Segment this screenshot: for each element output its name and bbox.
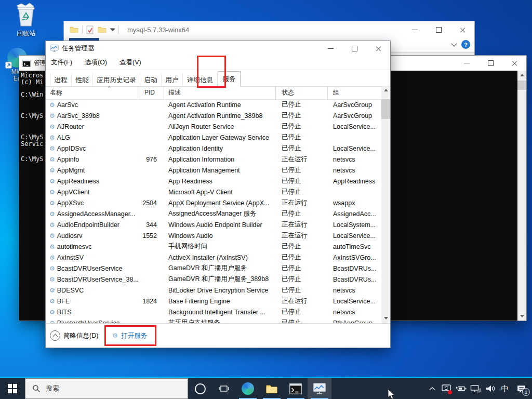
close-button[interactable] xyxy=(366,41,390,56)
tab-app-history[interactable]: 应用历史记录 xyxy=(93,74,140,86)
tab-startup[interactable]: 启动 xyxy=(140,74,162,86)
tray-ime-indicator[interactable]: 中 xyxy=(499,378,511,399)
service-row[interactable]: ⚙BFE1824Base Filtering Engine正在运行LocalSe… xyxy=(46,296,381,307)
help-button[interactable]: ? xyxy=(461,40,470,49)
console-text-line: C:\MyS xyxy=(21,112,43,119)
service-row[interactable]: ⚙AppReadinessApp Readiness已停止AppReadines… xyxy=(46,176,381,187)
cortana-button[interactable] xyxy=(188,378,212,399)
service-gear-icon: ⚙ xyxy=(49,135,55,141)
service-status: 已停止 xyxy=(276,99,328,110)
action-center-button[interactable]: 1 xyxy=(513,378,529,399)
service-status: 已停止 xyxy=(276,187,328,197)
minimize-button[interactable] xyxy=(455,56,478,71)
service-gear-icon: ⚙ xyxy=(49,309,55,315)
start-button[interactable] xyxy=(0,378,25,399)
scroll-down-arrow[interactable] xyxy=(517,312,526,321)
service-row[interactable]: ⚙AxInstSVActiveX Installer (AxInstSV)已停止… xyxy=(46,252,381,263)
service-group: AarSvcGroup xyxy=(328,99,381,110)
service-row[interactable]: ⚙autotimesvc手机网络时间已停止autoTimeSvc xyxy=(46,241,381,252)
service-row[interactable]: ⚙Appinfo976Application Information正在运行ne… xyxy=(46,154,381,165)
service-row[interactable]: ⚙AarSvc_389b8Agent Activation Runtime_38… xyxy=(46,110,381,121)
scrollbar-thumb[interactable] xyxy=(517,81,526,90)
minimize-button[interactable] xyxy=(318,41,342,56)
service-gear-icon: ⚙ xyxy=(49,124,55,130)
taskbar-search-box[interactable]: 搜索 xyxy=(25,378,188,399)
service-row[interactable]: ⚙BITSBackground Intelligent Transfer ...… xyxy=(46,307,381,317)
column-header-group[interactable]: 组 xyxy=(328,86,381,99)
service-row[interactable]: ⚙AppVClientMicrosoft App-V Client已停止 xyxy=(46,187,381,197)
tray-volume-icon[interactable] xyxy=(484,378,497,399)
new-folder-icon[interactable] xyxy=(98,26,107,33)
folder-icon[interactable] xyxy=(70,26,78,33)
service-name: ⚙AssignedAccessManager... xyxy=(46,208,138,219)
scroll-up-arrow[interactable] xyxy=(381,86,390,95)
tab-performance[interactable]: 性能 xyxy=(72,74,93,86)
menu-view[interactable]: 查看(V) xyxy=(119,58,141,67)
console-scrollbar[interactable] xyxy=(517,71,526,321)
column-header-name[interactable]: 名称 ^ xyxy=(46,86,138,99)
maximize-button[interactable] xyxy=(342,41,366,56)
service-description: GameDVR 和广播用户服务 xyxy=(164,263,276,274)
explorer-titlebar: mysql-5.7.33-winx64 xyxy=(64,21,474,38)
customize-toolbar-dropdown-icon[interactable] xyxy=(110,28,115,32)
tab-processes[interactable]: 进程 xyxy=(50,74,72,86)
column-header-pid[interactable]: PID xyxy=(138,86,164,99)
taskbar-cmd-button[interactable] xyxy=(284,378,308,399)
service-row[interactable]: ⚙ALGApplication Layer Gateway Service已停止 xyxy=(46,132,381,143)
service-gear-icon: ⚙ xyxy=(49,145,55,152)
service-row[interactable]: ⚙BcastDVRUserService_38...GameDVR 和广播用户服… xyxy=(46,274,381,285)
recycle-bin-label: 回收站 xyxy=(7,30,45,37)
taskbar-explorer-button[interactable] xyxy=(260,378,284,399)
service-pid: 1552 xyxy=(138,230,164,241)
scrollbar-thumb[interactable] xyxy=(381,99,390,119)
menu-file[interactable]: 文件(F) xyxy=(51,58,72,67)
minimize-icon xyxy=(464,63,470,63)
tab-users[interactable]: 用户 xyxy=(162,74,183,86)
service-row[interactable]: ⚙AudioEndpointBuilder344Windows Audio En… xyxy=(46,219,381,230)
close-button[interactable] xyxy=(450,21,474,38)
minimize-button[interactable] xyxy=(403,21,427,38)
service-row[interactable]: ⚙BluetoothUserService蓝牙用户支持服务已停止BthAppGr… xyxy=(46,317,381,323)
service-description: Agent Activation Runtime_389b8 xyxy=(164,110,276,121)
tray-sync-status-icon[interactable] xyxy=(441,378,453,399)
service-row[interactable]: ⚙AppMgmtApplication Management已停止netsvcs xyxy=(46,165,381,176)
service-pid xyxy=(138,307,164,317)
scroll-up-arrow[interactable] xyxy=(517,71,526,79)
service-row[interactable]: ⚙AppXSvc2504AppX Deployment Service (App… xyxy=(46,197,381,208)
tray-network-icon[interactable] xyxy=(470,378,482,399)
task-manager-title: 任务管理器 xyxy=(62,44,95,53)
service-row[interactable]: ⚙AJRouterAllJoyn Router Service已停止LocalS… xyxy=(46,121,381,132)
service-name: ⚙BluetoothUserService xyxy=(46,317,138,323)
service-name: ⚙AarSvc_389b8 xyxy=(46,110,138,121)
service-row[interactable]: ⚙AssignedAccessManager...AssignedAccessM… xyxy=(46,208,381,219)
fewer-details-label[interactable]: 简略信息(D) xyxy=(63,331,98,340)
column-header-status[interactable]: 状态 xyxy=(276,86,328,99)
task-view-button[interactable] xyxy=(212,378,236,399)
service-row[interactable]: ⚙AppIDSvcApplication Identity已停止LocalSer… xyxy=(46,143,381,154)
service-row[interactable]: ⚙AarSvcAgent Activation Runtime已停止AarSvc… xyxy=(46,99,381,110)
properties-check-icon[interactable] xyxy=(86,25,94,34)
maximize-icon xyxy=(436,27,442,33)
tray-show-hidden-icons-chevron[interactable] xyxy=(426,378,438,399)
recycle-bin-icon[interactable]: 回收站 xyxy=(7,3,45,37)
service-status: 已停止 xyxy=(276,143,328,154)
service-row[interactable]: ⚙BDESVCBitLocker Drive Encryption Servic… xyxy=(46,285,381,296)
maximize-button[interactable] xyxy=(478,56,502,71)
service-name: ⚙AppIDSvc xyxy=(46,143,138,154)
services-scrollbar[interactable] xyxy=(381,86,390,323)
ribbon-expand-chevron-icon[interactable] xyxy=(451,41,457,46)
service-pid: 2504 xyxy=(138,197,164,208)
menu-options[interactable]: 选项(O) xyxy=(85,58,107,67)
scroll-down-arrow[interactable] xyxy=(381,314,390,323)
taskbar-edge-button[interactable] xyxy=(236,378,260,399)
fewer-details-chevron-icon[interactable] xyxy=(50,330,60,341)
close-button[interactable] xyxy=(502,56,526,71)
taskbar-task-manager-button[interactable] xyxy=(308,378,331,399)
taskbar: 搜索 xyxy=(0,377,532,399)
service-row[interactable]: ⚙BcastDVRUserServiceGameDVR 和广播用户服务已停止Bc… xyxy=(46,263,381,274)
tray-power-icon[interactable] xyxy=(455,378,468,399)
maximize-button[interactable] xyxy=(427,21,450,38)
service-row[interactable]: ⚙Audiosrv1552Windows Audio正在运行LocalServi… xyxy=(46,230,381,241)
service-description: Base Filtering Engine xyxy=(164,296,276,307)
service-pid xyxy=(138,187,164,197)
